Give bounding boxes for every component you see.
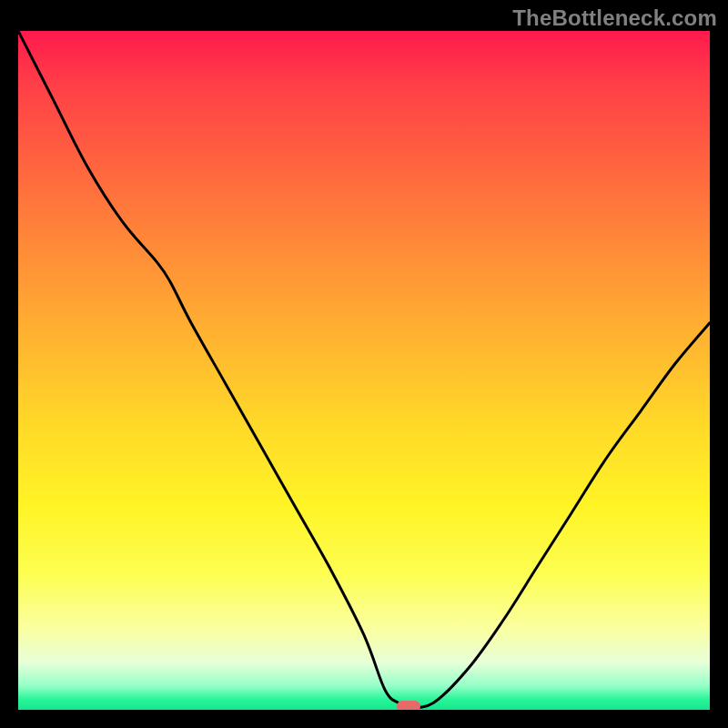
optimal-point-marker — [397, 701, 420, 710]
plot-area — [18, 31, 710, 710]
bottleneck-curve — [18, 31, 710, 710]
chart-frame: TheBottleneck.com — [0, 0, 728, 728]
watermark-text: TheBottleneck.com — [512, 5, 717, 31]
